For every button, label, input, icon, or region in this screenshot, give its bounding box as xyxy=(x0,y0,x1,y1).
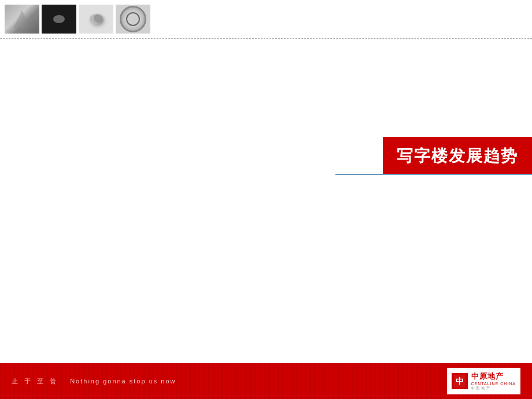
logo-box: 中 中原地产 CENTALINE CHINA 中 国 地 产 xyxy=(447,368,521,394)
thumbnail-4 xyxy=(116,5,150,34)
logo-icon: 中 xyxy=(452,373,468,389)
footer-slogan: Nothing gonna stop us now xyxy=(70,378,176,385)
main-content: 写字楼发展趋势 xyxy=(0,39,532,348)
logo-name-en: CENTALINE CHINA xyxy=(471,382,516,386)
svg-text:中: 中 xyxy=(456,376,464,386)
thumbnail-1 xyxy=(5,5,39,34)
thumbnail-2 xyxy=(42,5,76,34)
footer-right: 中 中原地产 CENTALINE CHINA 中 国 地 产 xyxy=(447,368,521,394)
title-box: 写字楼发展趋势 xyxy=(383,137,532,175)
footer-chinese-text: 止 于 至 善 xyxy=(12,377,58,386)
logo-name-sub: 中 国 地 产 xyxy=(471,386,490,391)
title-blue-underline xyxy=(335,174,532,175)
thumbnail-3 xyxy=(79,5,113,34)
footer-left: 止 于 至 善 Nothing gonna stop us now xyxy=(12,377,176,386)
logo-text-block: 中原地产 CENTALINE CHINA 中 国 地 产 xyxy=(471,371,516,391)
logo-name-cn: 中原地产 xyxy=(471,371,504,382)
footer: 止 于 至 善 Nothing gonna stop us now 中 中原地产… xyxy=(0,363,532,399)
slide-title: 写字楼发展趋势 xyxy=(397,147,518,165)
thumbnail-strip xyxy=(0,0,532,38)
centaline-icon: 中 xyxy=(453,375,466,387)
